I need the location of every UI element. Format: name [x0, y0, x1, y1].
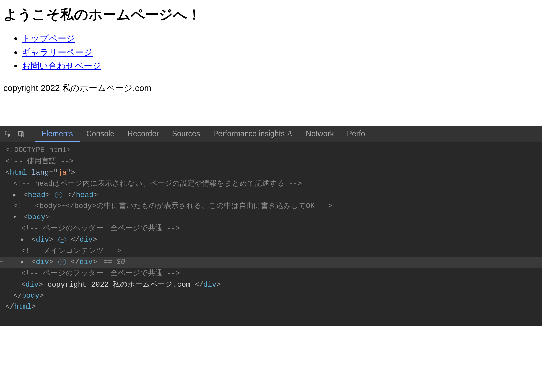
comment-text: <!-- メインコンテンツ --> — [21, 247, 121, 255]
ellipsis-badge[interactable]: ⋯ — [58, 259, 66, 265]
tab-elements[interactable]: Elements — [35, 126, 80, 142]
disclosure-triangle-icon[interactable]: ▶ — [21, 259, 26, 265]
ellipsis-badge[interactable]: ⋯ — [58, 237, 66, 243]
list-item: お問い合わせページ — [22, 59, 539, 73]
disclosure-triangle-icon[interactable]: ▶ — [13, 192, 19, 198]
nav-link-gallery[interactable]: ギャラリーページ — [22, 47, 93, 57]
page-viewport: ようこそ私のホームページへ！ トップページ ギャラリーページ お問い合わせページ… — [0, 0, 542, 126]
dom-line-comment[interactable]: <!-- <body>~</body>の中に書いたものが表示される、この中は自由… — [0, 201, 542, 212]
dom-line-body-open[interactable]: ▼ <body> — [0, 212, 542, 223]
comment-text: <!-- <body>~</body>の中に書いたものが表示される、この中は自由… — [13, 202, 332, 210]
dom-line-body-close[interactable]: </body> — [0, 291, 542, 302]
dom-tree[interactable]: <!DOCTYPE html> <!-- 使用言語 --> <html lang… — [0, 142, 542, 326]
tab-network[interactable]: Network — [299, 126, 340, 142]
dom-line-html-close[interactable]: </html> — [0, 301, 542, 313]
tab-performance[interactable]: Perfo — [340, 126, 372, 142]
selected-marker: == $0 — [103, 258, 125, 266]
tab-sources[interactable]: Sources — [165, 126, 206, 142]
comment-text: <!-- ページのフッター、全ページで共通 --> — [21, 269, 180, 278]
selection-dots-icon: ⋯ — [0, 257, 4, 266]
dom-line-comment[interactable]: <!-- ページのヘッダー、全ページで共通 --> — [0, 223, 542, 234]
disclosure-triangle-icon[interactable]: ▶ — [21, 236, 26, 243]
devtools-tabbar: Elements Console Recorder Sources Perfor… — [0, 126, 542, 142]
dom-line-div-selected[interactable]: ⋯ ▶ <div> ⋯ </div> == $0 — [0, 257, 542, 268]
dom-line-head[interactable]: ▶ <head> ⋯ </head> — [0, 190, 542, 201]
tab-performance-insights[interactable]: Performance insights — [206, 126, 299, 142]
disclosure-triangle-open-icon[interactable]: ▼ — [13, 214, 19, 220]
page-heading: ようこそ私のホームページへ！ — [3, 5, 539, 24]
dom-line-comment[interactable]: <!-- headはページ内に表示されない、ページの設定や情報をまとめて記述する… — [0, 178, 542, 190]
devtools-panel: Elements Console Recorder Sources Perfor… — [0, 126, 542, 326]
nav-list: トップページ ギャラリーページ お問い合わせページ — [22, 32, 539, 73]
dom-line-comment[interactable]: <!-- ページのフッター、全ページで共通 --> — [0, 268, 542, 279]
dom-line-html-open[interactable]: <html lang="ja"> — [0, 167, 542, 178]
tab-label: Performance insights — [213, 129, 285, 138]
dom-line-doctype[interactable]: <!DOCTYPE html> — [0, 145, 542, 156]
ellipsis-badge[interactable]: ⋯ — [55, 192, 62, 198]
text-node: copyright 2022 私のホームページ.com — [43, 281, 195, 289]
dom-line-comment[interactable]: <!-- 使用言語 --> — [0, 156, 542, 167]
comment-text: <!-- ページのヘッダー、全ページで共通 --> — [21, 224, 180, 233]
copyright-text: copyright 2022 私のホームページ.com — [3, 82, 539, 94]
tab-console[interactable]: Console — [80, 126, 121, 142]
comment-text: <!-- 使用言語 --> — [5, 157, 74, 166]
dom-line-comment[interactable]: <!-- メインコンテンツ --> — [0, 246, 542, 257]
doctype-text: <!DOCTYPE html> — [5, 146, 71, 154]
list-item: ギャラリーページ — [22, 46, 539, 59]
tab-divider — [32, 129, 32, 138]
dom-line-div-footer[interactable]: <div> copyright 2022 私のホームページ.com </div> — [0, 279, 542, 291]
nav-link-contact[interactable]: お問い合わせページ — [22, 61, 101, 71]
device-toolbar-icon[interactable] — [16, 129, 26, 139]
nav-link-top[interactable]: トップページ — [22, 33, 75, 43]
svg-rect-1 — [19, 131, 23, 135]
inspect-element-icon[interactable] — [3, 129, 13, 139]
list-item: トップページ — [22, 32, 539, 46]
flask-icon — [287, 131, 293, 137]
comment-text: <!-- headはページ内に表示されない、ページの設定や情報をまとめて記述する… — [13, 180, 302, 188]
dom-line-div[interactable]: ▶ <div> ⋯ </div> — [0, 234, 542, 246]
tab-recorder[interactable]: Recorder — [121, 126, 165, 142]
